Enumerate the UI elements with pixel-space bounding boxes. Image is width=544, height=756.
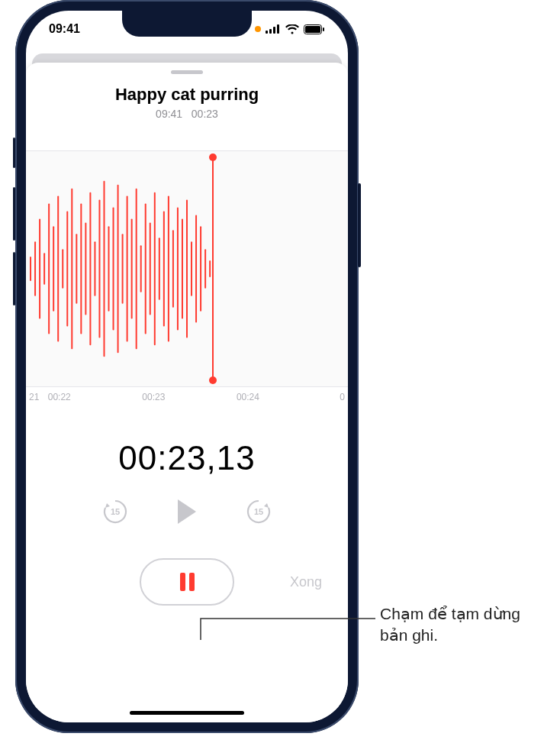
power-button[interactable] xyxy=(358,183,361,267)
phone-frame: 09:41 Happy cat purring 09:41 00:23 xyxy=(15,0,359,733)
status-time: 09:41 xyxy=(49,22,80,36)
volume-up-button[interactable] xyxy=(13,187,15,241)
callout-label: Chạm để tạm dừng bản ghi. xyxy=(380,603,536,647)
svg-rect-0 xyxy=(266,31,268,34)
phone-screen: 09:41 Happy cat purring 09:41 00:23 xyxy=(26,11,348,722)
ruler-tick: 21 xyxy=(29,392,48,402)
done-button[interactable]: Xong xyxy=(290,574,322,590)
svg-text:15: 15 xyxy=(254,507,263,516)
svg-rect-3 xyxy=(277,24,279,34)
recording-sheet: Happy cat purring 09:41 00:23 xyxy=(26,63,348,722)
battery-icon xyxy=(304,24,325,34)
svg-text:15: 15 xyxy=(111,507,120,516)
recording-duration: 00:23 xyxy=(192,108,218,120)
skip-back-15-button[interactable]: 15 xyxy=(101,497,130,526)
pause-button[interactable] xyxy=(140,558,234,606)
svg-rect-6 xyxy=(323,27,324,31)
waveform-icon xyxy=(26,151,348,386)
waveform-area[interactable] xyxy=(26,150,348,387)
notch xyxy=(122,11,252,37)
volume-down-button[interactable] xyxy=(13,252,15,305)
recording-meta: 09:41 00:23 xyxy=(26,108,348,120)
transport-controls: 15 15 xyxy=(26,497,348,526)
play-button[interactable] xyxy=(172,497,201,526)
wifi-icon xyxy=(285,24,299,34)
svg-rect-2 xyxy=(273,27,275,34)
ruler-tick: 00:24 xyxy=(237,392,331,402)
mic-indicator-icon xyxy=(255,26,261,32)
skip-forward-15-button[interactable]: 15 xyxy=(244,497,273,526)
recording-title[interactable]: Happy cat purring xyxy=(26,85,348,105)
ruler-tick: 00:22 xyxy=(48,392,143,402)
ruler-tick: 00:23 xyxy=(142,392,237,402)
cellular-icon xyxy=(266,24,281,34)
svg-rect-5 xyxy=(305,26,320,33)
sheet-grabber[interactable] xyxy=(171,70,203,74)
home-indicator[interactable] xyxy=(130,711,244,715)
playhead[interactable] xyxy=(212,157,214,380)
status-right xyxy=(255,24,325,34)
mute-switch[interactable] xyxy=(13,137,15,168)
recording-clock: 09:41 xyxy=(156,108,182,120)
svg-rect-1 xyxy=(269,29,272,34)
time-ruler: 21 00:22 00:23 00:24 0 xyxy=(26,387,348,402)
pause-icon xyxy=(180,573,195,591)
bottom-row: Xong xyxy=(26,558,348,606)
elapsed-timer: 00:23,13 xyxy=(26,439,348,477)
ruler-tick: 0 xyxy=(330,392,345,402)
